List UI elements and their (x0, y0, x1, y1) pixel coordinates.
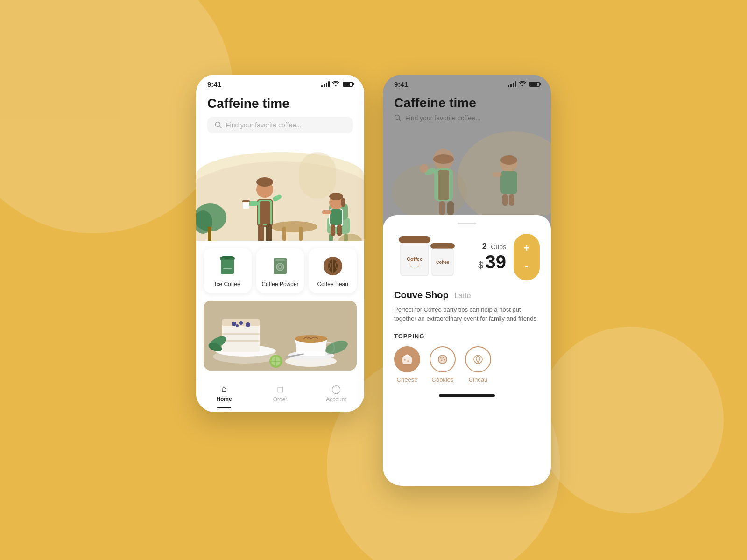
powder-svg (272, 256, 289, 276)
cincau-label: Cincau (469, 376, 487, 383)
svg-marker-96 (402, 354, 412, 357)
nav-item-order[interactable]: ◻ Order (252, 384, 308, 403)
svg-point-6 (271, 221, 317, 232)
svg-rect-75 (438, 170, 449, 200)
nav-item-account[interactable]: ◯ Account (308, 384, 364, 403)
status-time-2: 9:41 (394, 80, 408, 88)
nav-item-home[interactable]: ⌂ Home (196, 384, 252, 403)
svg-point-99 (438, 355, 447, 364)
svg-rect-79 (447, 201, 454, 215)
svg-point-105 (442, 358, 443, 359)
svg-rect-55 (222, 333, 260, 335)
svg-point-81 (500, 155, 517, 165)
search-placeholder-2: Find your favorite coffee... (405, 114, 481, 122)
svg-rect-20 (337, 224, 342, 236)
coffee-cups-display: Coffee Coffee (394, 234, 459, 280)
shop-info: Couve Shop Latte (394, 290, 540, 301)
svg-rect-32 (242, 200, 250, 202)
search-icon-1 (215, 121, 222, 129)
svg-rect-95 (402, 357, 412, 364)
svg-point-101 (440, 357, 442, 358)
cincau-icon (472, 353, 484, 365)
hero-illustration (196, 133, 364, 245)
signal-icon-2 (508, 81, 516, 87)
product-type: Latte (454, 292, 471, 300)
svg-point-23 (256, 177, 273, 187)
plus-button[interactable]: + (524, 242, 530, 254)
svg-rect-82 (500, 171, 517, 194)
search-bar-1[interactable]: Find your favorite coffee... (207, 117, 353, 133)
svg-rect-19 (331, 224, 335, 236)
home-indicator (439, 394, 495, 397)
cookies-circle[interactable] (430, 346, 456, 372)
topping-cookies[interactable]: Cookies (430, 346, 456, 383)
minus-button[interactable]: - (525, 260, 528, 272)
bottom-sheet: Coffee Coffee 2 Cups (383, 215, 551, 486)
svg-rect-7 (282, 227, 286, 241)
category-ice-coffee[interactable]: Ice Coffee (204, 248, 252, 293)
svg-point-15 (329, 193, 343, 200)
food-photo-section (204, 301, 357, 371)
wifi-icon (332, 81, 339, 88)
bottom-indicator-area (394, 394, 540, 397)
svg-rect-31 (243, 201, 249, 209)
food-illustration (204, 301, 357, 371)
cookies-label: Cookies (432, 376, 454, 383)
food-photo-bg (204, 301, 357, 371)
svg-rect-28 (272, 194, 282, 203)
coffee-powder-label: Coffee Powder (261, 281, 298, 287)
categories-section: Ice Coffee Coffee Powder (196, 241, 364, 301)
svg-point-51 (232, 322, 236, 326)
category-coffee-powder[interactable]: Coffee Powder (256, 248, 304, 293)
topping-section: TOPPING Cheese (394, 333, 540, 383)
cincau-circle[interactable] (465, 346, 491, 372)
ice-cup-svg (219, 256, 236, 276)
svg-point-16 (341, 198, 345, 207)
order-icon: ◻ (277, 384, 284, 394)
wifi-icon-2 (519, 81, 526, 88)
topping-cheese[interactable]: Cheese (394, 346, 420, 383)
svg-point-54 (236, 324, 239, 327)
svg-rect-38 (225, 258, 230, 259)
screen2-search[interactable]: Find your favorite coffee... (394, 114, 540, 122)
svg-rect-8 (299, 227, 303, 241)
coffee-powder-icon (270, 256, 290, 276)
quantity-label: Cups (491, 243, 506, 251)
battery-icon (343, 82, 353, 87)
category-coffee-bean[interactable]: Coffee Bean (309, 248, 357, 293)
svg-rect-56 (222, 340, 260, 342)
svg-rect-34 (221, 259, 234, 274)
price-display: $ 39 (459, 252, 506, 273)
svg-point-98 (407, 360, 409, 362)
phone-screen-1: 9:41 (196, 75, 364, 413)
toppings-row: Cheese (394, 346, 540, 383)
sheet-handle (458, 223, 476, 224)
topping-title: TOPPING (394, 333, 540, 340)
topping-cincau[interactable]: Cincau (465, 346, 491, 383)
cheese-label: Cheese (397, 376, 418, 383)
svg-rect-78 (439, 201, 445, 215)
screen2-illustration (383, 122, 551, 215)
svg-point-97 (404, 359, 406, 361)
ice-coffee-icon (217, 256, 238, 276)
search-icon-2 (394, 114, 402, 122)
nav-active-bar (217, 407, 231, 408)
coffee-bean-label: Coffee Bean (317, 281, 348, 287)
svg-rect-17 (330, 209, 342, 225)
product-description: Perfect for Coffee party tips can help a… (394, 305, 540, 323)
bg-decoration-3 (537, 327, 724, 513)
shop-name: Couve Shop (394, 290, 449, 300)
bottom-nav: ⌂ Home ◻ Order ◯ Account (196, 378, 364, 412)
svg-rect-83 (493, 172, 502, 177)
cheese-circle[interactable] (394, 346, 420, 372)
screen2-hero (383, 122, 551, 215)
nav-label-home: Home (216, 396, 232, 402)
nav-label-account: Account (326, 396, 346, 403)
svg-text:Coffee: Coffee (436, 260, 449, 265)
svg-point-77 (420, 164, 428, 173)
quantity-control[interactable]: + - (514, 234, 540, 280)
quantity-display: 2 Cups (459, 242, 506, 252)
quantity-number: 2 (482, 242, 487, 251)
price-value: 39 (486, 252, 507, 272)
bean-svg (323, 256, 343, 276)
